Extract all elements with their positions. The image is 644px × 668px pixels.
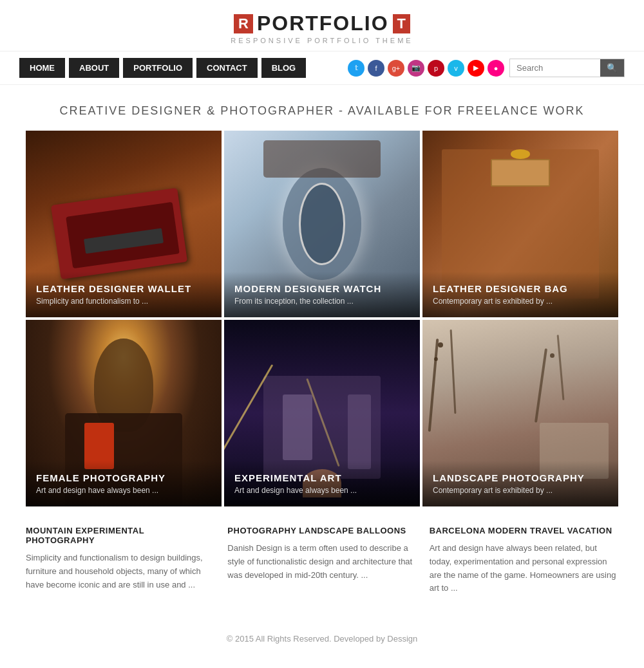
portfolio-item-experimental[interactable]: EXPERIMENTAL ART Art and design have alw… (224, 320, 420, 506)
portfolio-item-watch[interactable]: MODERN DESIGNER WATCH From its inception… (224, 131, 420, 317)
nav-portfolio[interactable]: PORTFOLIO (123, 58, 193, 78)
nav-menu: HOME ABOUT PORTFOLIO CONTACT BLOG (19, 58, 306, 78)
item-title-experimental: EXPERIMENTAL ART (234, 472, 410, 483)
portfolio-grid: LEATHER DESIGNER WALLET Simplicity and f… (0, 131, 644, 506)
footer-text: © 2015 All Rights Reserved. Developed by… (227, 634, 417, 644)
search-bar: 🔍 (509, 59, 625, 77)
flickr-icon[interactable]: ● (488, 60, 504, 77)
vimeo-icon[interactable]: v (448, 60, 464, 77)
logo-portfolio: PORTFOLIO (257, 12, 389, 35)
header: R PORTFOLIO T RESPONSIVE PORTFOLIO THEME (0, 0, 644, 51)
nav-about[interactable]: ABOUT (69, 58, 119, 78)
twitter-icon[interactable]: 𝕥 (348, 60, 365, 77)
blog-item-mountain[interactable]: MOUNTAIN EXPERIMENTAL PHOTOGRAPHY Simpli… (26, 526, 214, 595)
item-title-landscape: LANDSCAPE PHOTOGRAPHY (433, 472, 608, 483)
item-title-wallet: LEATHER DESIGNER WALLET (36, 283, 211, 294)
logo-r: R (234, 14, 253, 33)
portfolio-item-landscape[interactable]: LANDSCAPE PHOTOGRAPHY Contemporary art i… (422, 320, 618, 506)
portfolio-item-female[interactable]: FEMALE PHOTOGRAPHY Art and design have a… (26, 320, 222, 506)
logo-t: T (393, 14, 410, 33)
logo-subtitle: RESPONSIVE PORTFOLIO THEME (0, 37, 644, 44)
item-desc-wallet: Simplicity and functionalism to ... (36, 297, 211, 306)
item-title-bag: LEATHER DESIGNER BAG (433, 283, 608, 294)
facebook-icon[interactable]: f (368, 60, 384, 77)
portfolio-item-leather-wallet[interactable]: LEATHER DESIGNER WALLET Simplicity and f… (26, 131, 222, 317)
blog-title-mountain: MOUNTAIN EXPERIMENTAL PHOTOGRAPHY (26, 526, 214, 545)
search-input[interactable] (510, 59, 600, 77)
blog-text-photography: Danish Design is a term often used to de… (227, 542, 416, 582)
tagline: CREATIVE DESIGNER & PHOTOGRAPHER - AVAIL… (0, 85, 644, 131)
item-desc-landscape: Contemporary art is exhibited by ... (433, 486, 608, 495)
blog-text-mountain: Simplicity and functionalism to design b… (26, 552, 214, 591)
blog-item-photography[interactable]: PHOTOGRAPHY LANDSCAPE BALLOONS Danish De… (227, 526, 416, 595)
nav-contact[interactable]: CONTACT (196, 58, 258, 78)
portfolio-item-bag[interactable]: LEATHER DESIGNER BAG Contemporary art is… (422, 131, 618, 317)
item-title-watch: MODERN DESIGNER WATCH (234, 283, 410, 294)
logo[interactable]: R PORTFOLIO T (234, 12, 410, 35)
nav-right: 𝕥 f g+ 📷 p v ▶ ● 🔍 (348, 59, 625, 77)
googleplus-icon[interactable]: g+ (388, 60, 404, 77)
pinterest-icon[interactable]: p (428, 60, 444, 77)
item-title-female: FEMALE PHOTOGRAPHY (36, 472, 211, 483)
footer: © 2015 All Rights Reserved. Developed by… (0, 621, 644, 656)
search-button[interactable]: 🔍 (600, 59, 624, 77)
item-desc-experimental: Art and design have always been ... (234, 486, 410, 495)
blog-item-barcelona[interactable]: BARCELONA MODERN TRAVEL VACATION Art and… (430, 526, 618, 595)
social-icons: 𝕥 f g+ 📷 p v ▶ ● (348, 60, 504, 77)
item-desc-watch: From its inception, the collection ... (234, 297, 410, 306)
blog-section: MOUNTAIN EXPERIMENTAL PHOTOGRAPHY Simpli… (0, 506, 644, 608)
nav-home[interactable]: HOME (19, 58, 65, 78)
blog-title-photography: PHOTOGRAPHY LANDSCAPE BALLOONS (227, 526, 416, 535)
youtube-icon[interactable]: ▶ (468, 60, 484, 77)
blog-text-barcelona: Art and design have always been related,… (430, 542, 618, 595)
item-desc-female: Art and design have always been ... (36, 486, 211, 495)
blog-title-barcelona: BARCELONA MODERN TRAVEL VACATION (430, 526, 618, 535)
nav-blog[interactable]: BLOG (261, 58, 307, 78)
instagram-icon[interactable]: 📷 (408, 60, 424, 77)
navbar: HOME ABOUT PORTFOLIO CONTACT BLOG 𝕥 f g+… (0, 51, 644, 85)
item-desc-bag: Contemporary art is exhibited by ... (433, 297, 608, 306)
